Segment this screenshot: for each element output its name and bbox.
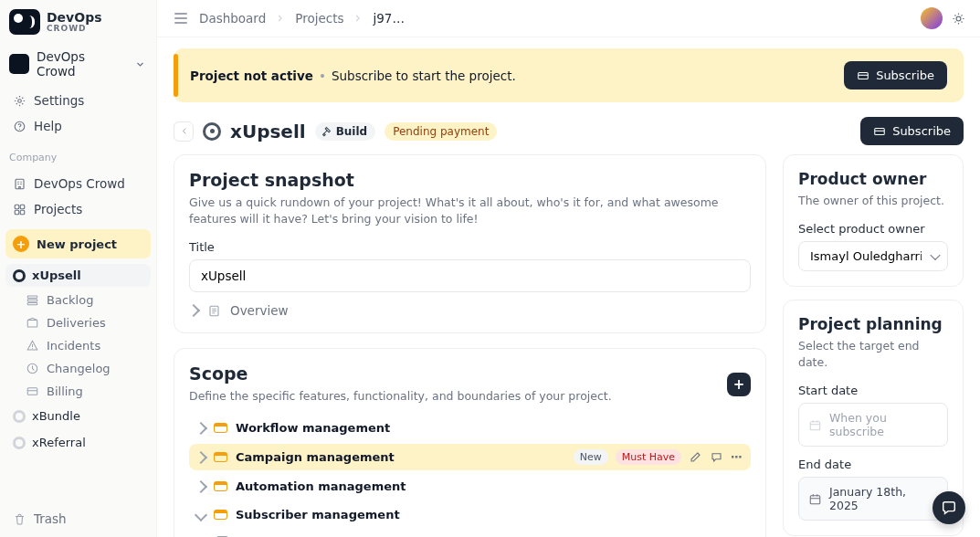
svg-rect-9 — [27, 300, 37, 301]
planning-heading: Project planning — [798, 315, 948, 333]
projects-icon — [13, 203, 26, 216]
crumb-current: j97… — [373, 11, 404, 26]
start-date-field[interactable]: When you subscribe — [798, 403, 948, 447]
sidebar-toggle[interactable] — [172, 10, 190, 26]
help-icon — [13, 120, 26, 133]
owner-desc: The owner of this project. — [798, 193, 948, 209]
scope-desc: Define the specific features, functional… — [189, 388, 612, 405]
owner-heading: Product owner — [798, 170, 948, 188]
svg-point-12 — [32, 348, 33, 349]
card-icon — [873, 125, 886, 138]
topbar: Dashboard Projects j97… — [157, 0, 980, 37]
tag-priority: Must Have — [616, 449, 681, 465]
user-avatar[interactable] — [921, 7, 943, 29]
snapshot-card: Project snapshot Give us a quick rundown… — [174, 154, 766, 333]
owner-select[interactable]: Ismayl Ouledgharri — [798, 241, 948, 271]
trash-icon — [13, 512, 26, 526]
owner-label: Select product owner — [798, 222, 948, 236]
project-xbundle[interactable]: xBundle — [5, 405, 151, 427]
sidebar: DevOps CROWD DevOps Crowd Settings Help … — [0, 0, 157, 537]
section-company-label: Company — [0, 142, 156, 167]
hammer-icon — [321, 125, 332, 137]
target-icon — [13, 437, 26, 449]
billing-icon — [26, 384, 39, 398]
building-icon — [13, 177, 26, 191]
project-xupsell[interactable]: xUpsell — [5, 264, 151, 287]
company-devops-label: DevOps Crowd — [34, 176, 125, 191]
workspace-icon — [9, 54, 29, 74]
svg-point-2 — [19, 128, 20, 129]
new-project-label: New project — [37, 237, 117, 251]
project-xreferral[interactable]: xReferral — [5, 431, 151, 454]
deliveries-icon — [26, 316, 39, 330]
scope-card: Scope Define the specific features, func… — [174, 348, 766, 537]
nav-settings-label: Settings — [34, 93, 84, 108]
incidents-icon — [26, 339, 39, 353]
document-icon — [207, 304, 221, 318]
svg-rect-6 — [15, 210, 19, 215]
payment-badge: Pending payment — [385, 122, 497, 141]
project-target-icon — [203, 122, 221, 141]
svg-rect-7 — [20, 210, 25, 215]
banner-title: Project not active — [190, 68, 313, 83]
more-menu[interactable]: ⋯ — [731, 450, 743, 464]
sub-changelog[interactable]: Changelog — [18, 358, 151, 379]
backlog-icon — [26, 293, 39, 307]
end-date-field[interactable]: January 18th, 2025 — [798, 477, 948, 521]
chevron-right-icon — [195, 422, 207, 435]
workspace-switcher[interactable]: DevOps Crowd — [0, 44, 156, 84]
overview-toggle[interactable]: Overview — [189, 303, 751, 318]
nav-help[interactable]: Help — [5, 113, 151, 139]
scope-item-automation[interactable]: Automation management — [189, 474, 751, 499]
comment-icon[interactable] — [710, 450, 723, 464]
logo-mark-icon — [9, 9, 40, 35]
theme-toggle-icon[interactable] — [952, 12, 965, 26]
page-subscribe-button[interactable]: Subscribe — [860, 117, 964, 145]
owner-card: Product owner The owner of this project.… — [783, 154, 964, 287]
chevron-right-icon — [275, 13, 286, 24]
start-label: Start date — [798, 384, 948, 397]
plus-icon: + — [13, 236, 29, 252]
svg-rect-3 — [16, 179, 24, 189]
story-segment[interactable]: As a marketer, I want to segment my subs… — [189, 531, 751, 537]
banner-subscribe-button[interactable]: Subscribe — [844, 61, 947, 90]
new-project-button[interactable]: + New project — [5, 229, 151, 258]
sub-billing[interactable]: Billing — [18, 381, 151, 402]
scope-item-campaign[interactable]: Campaign management New Must Have ⋯ — [189, 444, 751, 470]
sub-deliveries[interactable]: Deliveries — [18, 312, 151, 333]
nav-trash[interactable]: Trash — [5, 506, 151, 532]
svg-rect-10 — [27, 303, 37, 305]
brand-name: DevOps — [47, 11, 102, 24]
chat-bubble-icon — [941, 500, 957, 516]
logo: DevOps CROWD — [0, 5, 156, 44]
crumb-dashboard[interactable]: Dashboard — [199, 11, 266, 26]
edit-icon[interactable] — [689, 450, 702, 464]
chevron-right-icon — [195, 480, 207, 493]
svg-point-15 — [956, 16, 961, 21]
title-input[interactable] — [189, 259, 751, 292]
sub-incidents[interactable]: Incidents — [18, 335, 151, 356]
add-scope-button[interactable]: + — [727, 373, 751, 396]
company-devops[interactable]: DevOps Crowd — [5, 171, 151, 196]
gear-icon — [13, 94, 26, 108]
workspace-name: DevOps Crowd — [37, 49, 126, 79]
svg-rect-4 — [15, 205, 19, 209]
calendar-icon — [808, 492, 822, 506]
chevron-right-icon — [187, 304, 200, 317]
crumb-projects[interactable]: Projects — [295, 11, 343, 26]
back-button[interactable] — [174, 121, 194, 142]
svg-rect-17 — [875, 128, 885, 134]
svg-point-0 — [18, 99, 22, 102]
target-icon — [13, 269, 26, 282]
chat-fab[interactable] — [933, 491, 965, 524]
chevron-down-icon — [133, 58, 147, 71]
nav-settings[interactable]: Settings — [5, 88, 151, 113]
snapshot-heading: Project snapshot — [189, 170, 751, 190]
scope-item-workflow[interactable]: Workflow management — [189, 416, 751, 440]
changelog-icon — [26, 362, 39, 375]
sub-backlog[interactable]: Backlog — [18, 290, 151, 311]
epic-icon — [214, 481, 227, 491]
company-projects[interactable]: Projects — [5, 196, 151, 222]
scope-item-subscriber[interactable]: Subscriber management — [189, 502, 751, 527]
svg-rect-11 — [27, 321, 37, 328]
